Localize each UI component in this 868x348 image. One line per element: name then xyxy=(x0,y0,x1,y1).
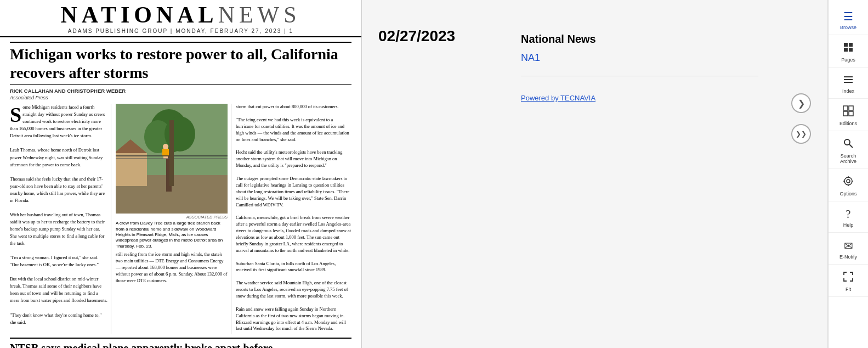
sidebar-label-fit: Fit xyxy=(846,287,851,292)
svg-rect-10 xyxy=(162,149,169,156)
sidebar-label-options: Options xyxy=(839,191,856,197)
edition-date: 02/27/2023 xyxy=(378,27,488,45)
enotify-icon: ✉ xyxy=(844,239,853,252)
article-columns: Some Michigan residents faced a fourth s… xyxy=(10,104,351,334)
middle-content: 02/27/2023 National News NA1 Powered by … xyxy=(378,27,811,144)
nav-arrows: ❯ ❯❯ xyxy=(791,27,811,144)
sidebar-item-browse[interactable]: ☰ Browse xyxy=(829,5,868,35)
sidebar-label-pages: Pages xyxy=(841,57,855,63)
svg-rect-20 xyxy=(843,106,848,110)
photo-credit: ASSOCIATED PRESS xyxy=(116,215,228,220)
svg-rect-21 xyxy=(849,106,853,110)
svg-point-27 xyxy=(844,177,852,185)
options-icon xyxy=(843,176,854,189)
sidebar-item-options[interactable]: Options xyxy=(829,171,868,201)
right-sidebar: ☰ Browse Pages Index Editions SearchArch… xyxy=(828,0,868,348)
browse-icon: ☰ xyxy=(843,10,853,23)
date-section: 02/27/2023 xyxy=(378,27,488,144)
help-icon: ? xyxy=(846,208,851,221)
svg-rect-13 xyxy=(844,43,848,47)
col2-overflow-text: still reeling from the ice storm and hig… xyxy=(116,251,228,284)
masthead-subline: ADAMS PUBLISHING GROUP | MONDAY, FEBRUAR… xyxy=(11,28,350,34)
powered-by-link[interactable]: Powered by TECNAVIA xyxy=(521,94,758,102)
sidebar-item-pages[interactable]: Pages xyxy=(829,37,868,68)
masthead: NATIONALNEWS ADAMS PUBLISHING GROUP | MO… xyxy=(0,0,361,37)
svg-point-26 xyxy=(847,179,850,183)
byline-org: Associated Press xyxy=(10,95,351,100)
drop-cap: S xyxy=(10,106,21,124)
svg-point-24 xyxy=(844,139,850,145)
sidebar-label-editions: Editions xyxy=(839,121,857,126)
main-headline: Michigan works to restore power to all, … xyxy=(10,42,351,85)
sidebar-item-help[interactable]: ? Help xyxy=(829,204,868,233)
svg-line-25 xyxy=(849,144,853,148)
pages-icon xyxy=(843,42,854,55)
article-col1: Some Michigan residents faced a fourth s… xyxy=(10,104,111,334)
col1-text: ome Michigan residents faced a fourth st… xyxy=(10,104,107,334)
sidebar-item-fit[interactable]: Fit xyxy=(829,267,868,297)
photo-simulation xyxy=(116,104,228,214)
forward-nav-arrow[interactable]: ❯ xyxy=(791,93,811,113)
sidebar-label-help: Help xyxy=(843,222,854,228)
svg-rect-14 xyxy=(849,43,853,47)
svg-rect-23 xyxy=(849,111,853,116)
sidebar-item-enotify[interactable]: ✉ E-Notify xyxy=(829,235,868,265)
sidebar-item-search-archive[interactable]: SearchArchive xyxy=(829,133,868,169)
h-divider xyxy=(521,76,758,76)
sidebar-item-index[interactable]: Index xyxy=(829,70,868,99)
editions-icon xyxy=(843,105,854,119)
middle-panel: 02/27/2023 National News NA1 Powered by … xyxy=(362,0,828,348)
svg-rect-15 xyxy=(844,48,848,52)
second-article: NTSB says medical plane apparently broke… xyxy=(10,338,351,348)
pub-name-bold: NATIONAL xyxy=(60,2,218,27)
sidebar-label-search-archive: SearchArchive xyxy=(840,153,856,164)
svg-rect-2 xyxy=(116,153,147,186)
search-archive-icon xyxy=(843,138,854,151)
newspaper-panel: NATIONALNEWS ADAMS PUBLISHING GROUP | MO… xyxy=(0,0,362,348)
photo-caption: A crew from Davey Tree cuts a large tree… xyxy=(116,221,228,249)
svg-rect-16 xyxy=(849,48,853,52)
article-photo xyxy=(116,104,228,214)
sidebar-label-enotify: E-Notify xyxy=(839,254,857,260)
edition-name: National News xyxy=(521,33,758,46)
edition-section: National News NA1 Powered by TECNAVIA xyxy=(521,27,758,144)
forward-arrow-icon: ❯ xyxy=(798,98,805,109)
double-forward-nav-arrow[interactable]: ❯❯ xyxy=(791,124,811,144)
article-container: Michigan works to restore power to all, … xyxy=(0,37,361,348)
second-headline: NTSB says medical plane apparently broke… xyxy=(10,342,351,348)
svg-rect-22 xyxy=(843,111,848,116)
pub-name-light: NEWS xyxy=(218,2,301,27)
article-col2: ASSOCIATED PRESS A crew from Davey Tree … xyxy=(116,104,231,334)
fit-icon xyxy=(843,271,854,285)
article-col3: storm that cut power to about 800,000 of… xyxy=(236,104,351,334)
byline-name: RICK CALLAHAN AND CHRISTOPHER WEBER xyxy=(10,88,351,94)
masthead-title: NATIONALNEWS xyxy=(11,3,350,26)
sidebar-label-index: Index xyxy=(842,88,854,94)
sidebar-item-editions[interactable]: Editions xyxy=(829,101,868,131)
double-arrow-icon: ❯❯ xyxy=(796,130,807,138)
svg-point-9 xyxy=(163,144,168,149)
sidebar-label-browse: Browse xyxy=(840,25,856,30)
index-icon xyxy=(843,74,854,87)
edition-code: NA1 xyxy=(521,52,758,64)
svg-point-7 xyxy=(164,116,195,151)
